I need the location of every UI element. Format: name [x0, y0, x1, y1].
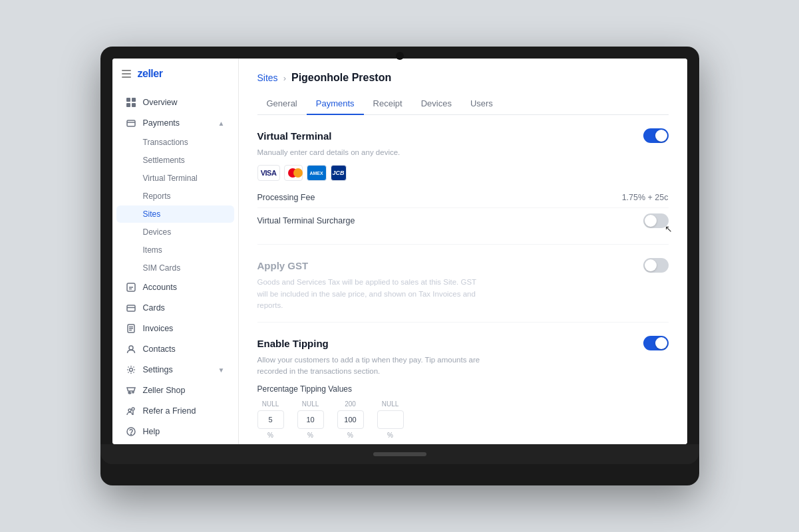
tab-payments[interactable]: Payments	[307, 93, 364, 115]
card-icons: VISA AMEX JCB	[257, 165, 669, 181]
breadcrumb-current: Pigeonhole Preston	[291, 72, 391, 84]
sim-cards-label: SIM Cards	[143, 263, 181, 273]
apply-gst-toggle[interactable]	[643, 258, 669, 273]
cards-icon	[126, 303, 136, 313]
payments-chevron: ▲	[218, 120, 225, 127]
sidebar: zeller Overview	[112, 59, 239, 444]
breadcrumb-parent[interactable]: Sites	[257, 72, 278, 83]
sidebar-item-virtual-terminal[interactable]: Virtual Terminal	[116, 170, 234, 187]
tipping-input-3[interactable]	[337, 410, 364, 429]
breadcrumb: Sites › Pigeonhole Preston	[257, 72, 669, 84]
laptop-chin-bar	[373, 452, 426, 456]
amex-icon: AMEX	[307, 165, 327, 181]
sites-label: Sites	[143, 209, 161, 219]
main-content: Sites › Pigeonhole Preston General Payme…	[239, 59, 687, 444]
overview-icon	[126, 97, 136, 108]
sidebar-item-items[interactable]: Items	[116, 241, 234, 259]
zeller-shop-label: Zeller Shop	[143, 386, 225, 395]
sidebar-item-settings[interactable]: Settings ▼	[116, 360, 234, 380]
help-icon	[126, 426, 136, 437]
contacts-icon	[126, 344, 136, 354]
accounts-icon	[126, 282, 136, 293]
virtual-terminal-toggle[interactable]	[643, 128, 669, 143]
tipping-input-4[interactable]	[377, 410, 404, 429]
sidebar-item-refer[interactable]: Refer a Friend	[116, 401, 234, 421]
hamburger-icon[interactable]	[122, 70, 131, 78]
items-label: Items	[143, 245, 162, 255]
sidebar-item-zeller-shop[interactable]: Zeller Shop	[116, 380, 234, 400]
settlements-label: Settlements	[143, 156, 185, 165]
processing-fee-row: Processing Fee 1.75% + 25c	[257, 188, 669, 208]
tab-users[interactable]: Users	[461, 93, 502, 115]
sidebar-item-invoices[interactable]: Invoices	[116, 319, 234, 338]
apply-gst-desc: Goods and Services Tax will be applied t…	[257, 277, 484, 311]
sidebar-item-accounts[interactable]: Accounts	[116, 277, 234, 297]
devices-label: Devices	[143, 227, 172, 237]
logo: zeller	[138, 68, 163, 80]
sidebar-item-payments[interactable]: Payments ▲	[116, 113, 234, 133]
tipping-input-2[interactable]	[297, 410, 324, 429]
surcharge-toggle[interactable]	[643, 213, 669, 228]
tab-receipt[interactable]: Receipt	[364, 93, 412, 115]
enable-tipping-section: Enable Tipping Allow your customers to a…	[257, 336, 669, 444]
enable-tipping-header: Enable Tipping	[257, 336, 669, 350]
enable-tipping-desc: Allow your customers to add a tip when t…	[257, 354, 484, 378]
svg-rect-0	[126, 98, 130, 102]
tab-general[interactable]: General	[257, 93, 307, 115]
sidebar-item-contacts[interactable]: Contacts	[116, 339, 234, 359]
tab-devices[interactable]: Devices	[412, 93, 461, 115]
breadcrumb-separator: ›	[283, 73, 286, 83]
payments-subnav: Transactions Settlements Virtual Termina…	[112, 134, 238, 223]
invoices-icon	[126, 323, 136, 334]
settings-icon	[126, 364, 136, 375]
sidebar-item-settlements[interactable]: Settlements	[116, 152, 234, 169]
svg-point-15	[130, 434, 131, 435]
virtual-terminal-desc: Manually enter card details on any devic…	[257, 147, 484, 158]
invoices-label: Invoices	[143, 324, 225, 333]
surcharge-label: Virtual Terminal Surcharge	[257, 216, 355, 225]
mastercard-icon	[284, 165, 303, 181]
sidebar-item-devices[interactable]: Devices	[116, 223, 234, 241]
sidebar-item-transactions[interactable]: Transactions	[116, 134, 234, 151]
apply-gst-title: Apply GST	[257, 260, 309, 271]
tipping-input-1[interactable]	[257, 410, 284, 429]
tipping-col-3: 200 %	[337, 400, 364, 439]
tipping-col-1: NULL %	[257, 400, 284, 439]
jcb-icon: JCB	[331, 165, 347, 181]
tabs: General Payments Receipt Devices Users	[257, 93, 669, 115]
svg-point-9	[129, 368, 132, 372]
sidebar-item-overview[interactable]: Overview	[116, 92, 234, 112]
sidebar-item-help[interactable]: Help	[116, 422, 234, 442]
settings-chevron: ▼	[218, 366, 225, 374]
enable-tipping-title: Enable Tipping	[257, 338, 329, 349]
settings-label: Settings	[143, 365, 212, 374]
svg-point-12	[128, 409, 131, 412]
contacts-label: Contacts	[143, 344, 225, 354]
cards-label: Cards	[143, 303, 225, 313]
svg-point-10	[128, 392, 130, 393]
enable-tipping-toggle[interactable]	[643, 336, 669, 350]
tipping-values: NULL % NULL % 200	[257, 400, 669, 439]
svg-rect-4	[127, 120, 135, 126]
svg-point-11	[132, 392, 134, 393]
sidebar-item-reports[interactable]: Reports	[116, 188, 234, 205]
visa-icon: VISA	[257, 165, 280, 181]
tipping-col-4: NULL %	[377, 400, 404, 439]
help-label: Help	[143, 427, 225, 436]
svg-point-13	[132, 408, 134, 410]
processing-fee-label: Processing Fee	[257, 193, 315, 202]
shop-icon	[126, 385, 136, 396]
accounts-label: Accounts	[143, 283, 225, 292]
svg-rect-6	[127, 305, 135, 311]
refer-icon	[126, 406, 136, 416]
apply-gst-header: Apply GST	[257, 258, 669, 273]
virtual-terminal-header: Virtual Terminal	[257, 128, 669, 143]
sidebar-item-sites[interactable]: Sites	[116, 205, 234, 223]
virtual-terminal-section: Virtual Terminal Manually enter card det…	[257, 128, 669, 245]
sidebar-item-cards[interactable]: Cards	[116, 298, 234, 318]
sidebar-item-sim-cards[interactable]: SIM Cards	[116, 259, 234, 277]
percentage-tipping-label: Percentage Tipping Values	[257, 384, 669, 394]
refer-label: Refer a Friend	[143, 406, 225, 416]
tipping-col-2: NULL %	[297, 400, 324, 439]
sidebar-header: zeller	[112, 68, 238, 89]
